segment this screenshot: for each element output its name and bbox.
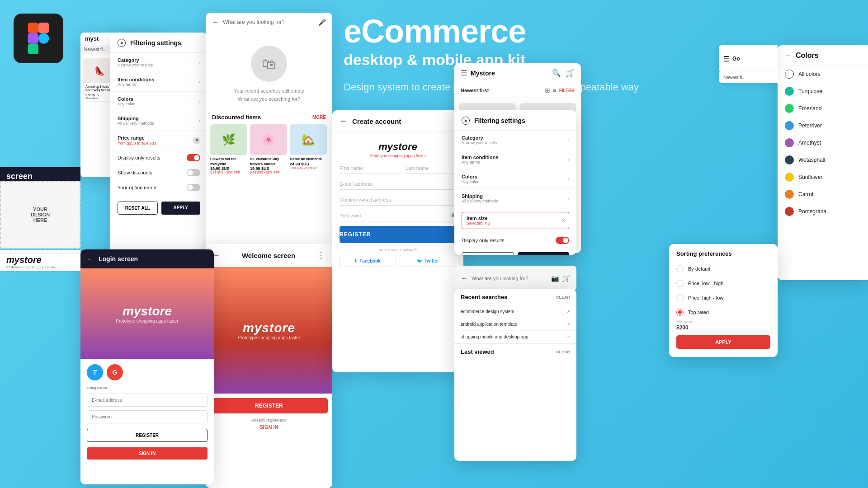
filter-show-discounts-row: Show discounts [110,165,208,180]
disc-item-image: 🏡 [290,124,327,155]
search2-cart-icon[interactable]: 🛒 [562,275,570,282]
filter-shipping-sub: All delivery methods [118,121,154,126]
last-viewed-clear[interactable]: CLEAR [556,350,570,354]
sort-radio-top-rated[interactable] [676,309,684,316]
welcome-back-button[interactable]: ← [213,251,220,259]
filter-conditions-row[interactable]: Item conditions Any terms › [110,72,208,92]
color-item-carrot[interactable]: Carrot [778,186,868,203]
sort-option-top-rated[interactable]: Top rated [669,305,778,319]
sort-option-low-high[interactable]: Price: low - high [669,276,778,291]
svg-point-2 [38,33,49,43]
twitter-button[interactable]: 🐦 Twitter [400,255,456,267]
login-email-input[interactable] [87,394,208,407]
filter-category-row[interactable]: Category Narrow your results › [110,53,208,72]
colors-header: ← Colors [778,45,868,66]
filter-option-toggle[interactable] [187,184,200,191]
login-twitter-button[interactable]: T [87,364,103,380]
mystore-search-icon[interactable]: 🔍 [552,69,561,77]
email-input[interactable] [340,178,456,190]
color-item-sunflower[interactable]: Sunflower [778,169,868,186]
color-item-all[interactable]: All colors [778,66,868,83]
login-google-button[interactable]: G [107,364,123,380]
mystore-cart-icon[interactable]: 🛒 [566,69,575,77]
sort-radio-default[interactable] [676,265,684,272]
color-name-amethyst: Amethyst [798,140,821,146]
sort-label-high-low: Price: high - low [688,295,723,300]
login-social-row: T G [87,364,208,380]
search-back-button[interactable]: ← [212,18,219,26]
filter2-apply-button[interactable]: APPLY [518,252,569,255]
colors-title: Colors [796,52,819,60]
filter2-item-size-row[interactable]: Item size Selected: XS ✕ [454,208,576,233]
colors-back-button[interactable]: ← [785,52,792,60]
filter-shipping-row[interactable]: Shipping All delivery methods › [110,111,208,131]
filter-display-only-toggle[interactable] [187,154,200,161]
acct-back-button[interactable]: ← [340,117,348,126]
partial-menu-icon[interactable]: ☰ [723,55,730,63]
search-mic-icon[interactable]: 🎤 [318,19,326,26]
sort-option-default[interactable]: By default [669,262,778,276]
welcome-sign-in-link[interactable]: SIGN IN [206,424,332,430]
welcome-menu-icon[interactable]: ⋮ [317,250,325,260]
filter2-item-size-clear[interactable]: ✕ [561,217,566,224]
search2-back-button[interactable]: ← [461,274,468,282]
mystore-filter-button[interactable]: FILTER [559,88,575,93]
recent-search-item[interactable]: ecommerce design system ↗ [454,305,576,318]
filter-category-label: Category [118,57,153,63]
filter2-close-button[interactable]: ✕ [462,117,470,125]
filter-show-discounts-toggle[interactable] [187,169,200,176]
filter2-display-only-toggle[interactable] [556,237,569,244]
welcome-register-button[interactable]: REGISTER [210,398,328,413]
filter-apply-button[interactable]: APPLY [161,202,201,215]
color-item-wetasphalt[interactable]: Wetasphalt [778,151,868,169]
discounted-item[interactable]: 🏡 Home de elements 24,99 $US 9,99 $US • … [290,124,327,174]
disc-item-image: 🌸 [250,124,287,155]
grid-view-icon[interactable]: ⊞ [545,87,550,94]
login-register-button[interactable]: REGISTER [87,429,208,442]
search2-input[interactable] [472,276,547,281]
filter2-shipping-row[interactable]: Shipping All delivery methods › [454,189,576,208]
sort-radio-low-high[interactable] [676,280,684,287]
confirm-email-input[interactable] [340,194,456,206]
filter-price-clear[interactable]: ✕ [193,137,200,144]
design-placeholder: YOURDESIGNHERE [0,181,80,249]
list-view-icon[interactable]: ≡ [553,87,557,94]
recent-search-item[interactable]: android application template ↗ [454,318,576,330]
filter2-category-row[interactable]: Category Narrow your results › [454,131,576,150]
filter-colors-row[interactable]: Colors Any color › [110,92,208,111]
welcome-sub: Prototype shopping apps faster [238,335,300,340]
password-input[interactable] [340,210,456,221]
recent-searches-clear[interactable]: CLEAR [556,295,570,300]
first-name-input[interactable] [340,163,402,174]
filter-close-button[interactable]: ✕ [118,39,126,47]
sort-apply-button[interactable]: APPLY [676,335,770,349]
filter-reset-button[interactable]: RESET ALL [118,202,158,215]
color-item-turquiose[interactable]: Turquiose [778,83,868,100]
acct-register-button[interactable]: REGISTER [340,226,456,243]
welcome-already-text: Already registered? [206,418,332,422]
discounted-more-link[interactable]: MORE [312,115,326,120]
color-item-amethyst[interactable]: Amethyst [778,134,868,151]
discounted-item[interactable]: 🌿 Flowers set for everyone 19,99 $US 9,9… [210,124,247,174]
discounted-item[interactable]: 🌸 St. Valentine Day flowers bundle 19,99… [250,124,287,174]
facebook-button[interactable]: 𝕗 Facebook [340,255,396,267]
sort-radio-high-low[interactable] [676,294,684,301]
filter2-colors-row[interactable]: Colors Any color › [454,169,576,189]
filter2-reset-button[interactable]: RESET ALL [462,252,514,255]
mystore-newest-sort[interactable]: Newest first [461,88,489,93]
sort-option-high-low[interactable]: Price: high - low [669,291,778,305]
color-dot-amethyst [785,138,794,147]
login-back-button[interactable]: ← [87,255,94,263]
partial-panel-label: Go [732,56,740,62]
mystore-menu-icon[interactable]: ☰ [461,69,467,77]
login-password-input[interactable] [87,410,208,423]
recent-search-item[interactable]: shopping mobile and desktop app ↗ [454,330,576,343]
color-item-peterriver[interactable]: Peterriver [778,117,868,134]
color-item-emerland[interactable]: Emerland [778,100,868,117]
color-item-pomegrana[interactable]: Pomegrana [778,203,868,220]
filter-colors-sub: Any color [118,102,135,106]
search2-camera-icon[interactable]: 📷 [551,275,559,282]
login-sign-in-button[interactable]: SIGN IN [87,447,208,460]
filter2-conditions-row[interactable]: Item conditions Any terms › [454,150,576,169]
search-input[interactable] [223,19,315,25]
